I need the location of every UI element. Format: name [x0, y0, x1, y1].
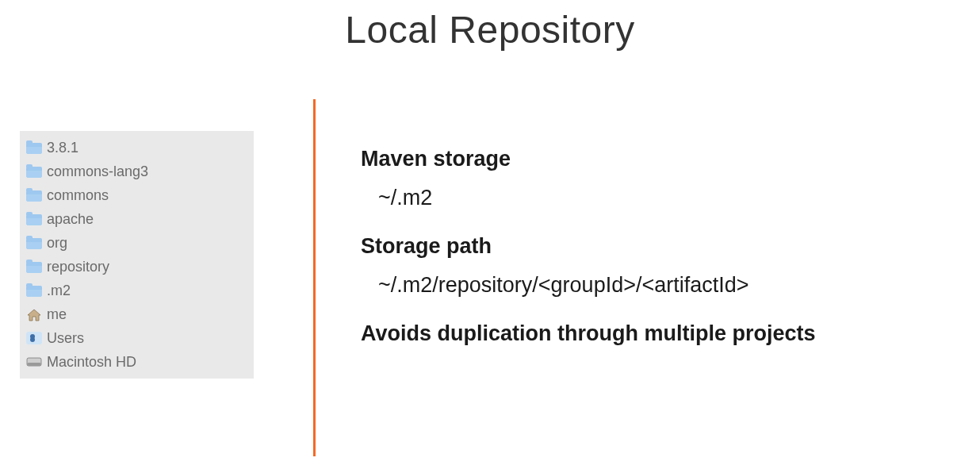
folder-label: me: [47, 302, 67, 326]
folder-icon: [26, 167, 42, 178]
folder-row: commons: [25, 183, 249, 207]
folder-row: apache: [25, 207, 249, 231]
folder-label: apache: [47, 207, 94, 231]
folder-icon: [26, 286, 42, 297]
folder-label: .m2: [47, 279, 71, 302]
folder-row: repository: [25, 255, 249, 279]
content-block: Maven storage ~/.m2 Storage path ~/.m2/r…: [361, 147, 956, 346]
folder-label: commons-lang3: [47, 160, 148, 183]
folder-row: 3.8.1: [25, 136, 249, 160]
users-icon: [26, 332, 42, 344]
folder-label: commons: [47, 183, 109, 207]
folder-icon: [26, 190, 42, 202]
folder-row: .m2: [25, 279, 249, 302]
folder-label: 3.8.1: [47, 136, 78, 160]
heading-maven-storage: Maven storage: [361, 147, 956, 171]
folder-row: org: [25, 231, 249, 255]
folder-label: Macintosh HD: [47, 350, 136, 374]
text-m2-path: ~/.m2: [378, 186, 956, 210]
folder-icon: [26, 262, 42, 273]
folder-icon: [26, 238, 42, 249]
slide: Local Repository 3.8.1commons-lang3commo…: [0, 0, 980, 473]
folder-path-panel: 3.8.1commons-lang3commonsapacheorgreposi…: [20, 131, 254, 379]
folder-label: Users: [47, 326, 84, 350]
heading-storage-path: Storage path: [361, 234, 956, 259]
folder-icon: [26, 143, 42, 154]
folder-label: org: [47, 231, 67, 255]
folder-label: repository: [47, 255, 109, 279]
text-repo-path: ~/.m2/repository/<groupId>/<artifactId>: [378, 273, 956, 298]
vertical-divider: [313, 99, 316, 456]
heading-avoids-duplication: Avoids duplication through multiple proj…: [361, 321, 956, 346]
slide-title: Local Repository: [0, 8, 980, 52]
svg-rect-1: [27, 363, 41, 366]
folder-row: Users: [25, 326, 249, 350]
home-icon: [26, 308, 42, 321]
folder-row: me: [25, 302, 249, 326]
folder-icon: [26, 214, 42, 225]
disk-icon: [26, 356, 42, 368]
folder-row: commons-lang3: [25, 160, 249, 183]
folder-row: Macintosh HD: [25, 350, 249, 374]
